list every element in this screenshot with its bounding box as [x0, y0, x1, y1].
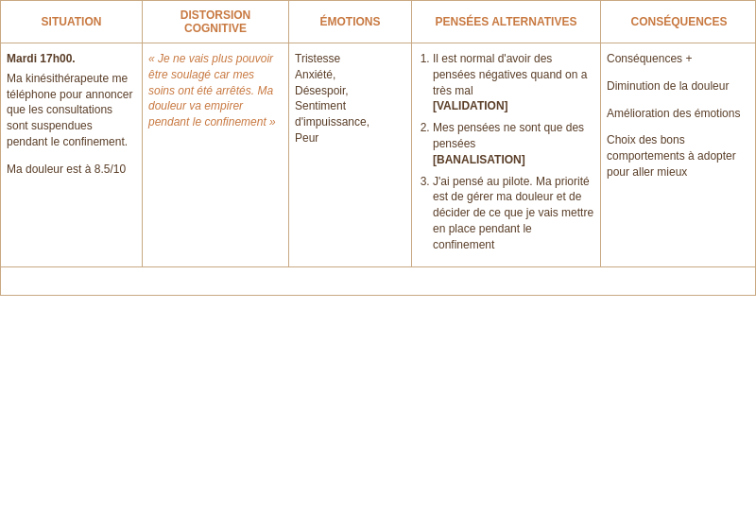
header-consequences: CONSÉQUENCES	[601, 1, 756, 43]
cell-situation: Mardi 17h00. Ma kinésithérapeute me télé…	[1, 43, 143, 266]
table-body: Mardi 17h00. Ma kinésithérapeute me télé…	[1, 43, 755, 266]
cell-distorsion: « Je ne vais plus pouvoir être soulagé c…	[143, 43, 289, 266]
cell-consequences: Conséquences + Diminution de la douleur …	[601, 43, 756, 266]
footer-row	[1, 266, 755, 295]
header-situation: SITUATION	[1, 1, 143, 43]
cell-pensees: Il est normal d'avoir des pensées négati…	[412, 43, 601, 266]
header-distorsion: DISTORSION COGNITIVE	[143, 1, 289, 43]
list-item: Mes pensées ne sont que des pensées [BAN…	[433, 120, 594, 167]
cognitive-table: SITUATION DISTORSION COGNITIVE ÉMOTIONS …	[0, 0, 756, 296]
list-item: Il est normal d'avoir des pensées négati…	[433, 51, 594, 114]
table-header: SITUATION DISTORSION COGNITIVE ÉMOTIONS …	[1, 1, 755, 43]
header-emotions: ÉMOTIONS	[289, 1, 412, 43]
list-item: J'ai pensé au pilote. Ma priorité est de…	[433, 174, 594, 253]
header-pensees: PENSÉES ALTERNATIVES	[412, 1, 601, 43]
cell-emotions: TristesseAnxiété,Désespoir,Sentiment d'i…	[289, 43, 412, 266]
